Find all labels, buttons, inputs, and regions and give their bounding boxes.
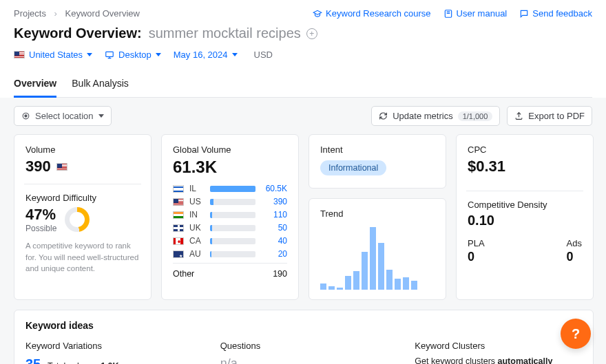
questions-label: Questions	[220, 341, 388, 351]
gv-bar	[210, 251, 255, 257]
clusters-text-bold: automatically	[498, 356, 553, 364]
au-flag-icon	[173, 250, 184, 258]
variations-total: 1.0K	[101, 361, 118, 364]
trend-bar	[370, 227, 376, 290]
refresh-icon	[379, 111, 388, 120]
link-manual[interactable]: User manual	[443, 8, 508, 19]
pla-label: PLA	[468, 238, 485, 248]
svg-point-3	[25, 115, 27, 117]
trend-bar	[378, 243, 384, 290]
gv-country-code: IL	[189, 184, 205, 193]
cpc-value: $0.31	[468, 158, 582, 175]
kd-donut-icon	[65, 207, 90, 232]
add-keyword-button[interactable]: +	[306, 28, 317, 39]
gv-value[interactable]: 110	[261, 210, 287, 220]
country-filter[interactable]: United States	[14, 50, 92, 60]
uk-flag-icon	[173, 224, 184, 232]
variations-count[interactable]: 35	[25, 356, 41, 364]
intent-value: Informational	[320, 160, 386, 175]
gv-bar	[210, 186, 255, 192]
gv-country-code: AU	[189, 249, 205, 259]
page-title-keyword: summer mocktail recipes	[149, 25, 301, 41]
gv-value[interactable]: 60.5K	[261, 184, 287, 193]
trend-bar	[386, 270, 393, 290]
il-flag-icon	[173, 185, 184, 193]
trend-bar	[395, 279, 401, 290]
link-course[interactable]: Keyword Research course	[313, 8, 430, 19]
gv-value[interactable]: 40	[261, 236, 287, 246]
in-flag-icon	[173, 211, 184, 219]
trend-bar	[337, 288, 343, 290]
svg-rect-1	[106, 52, 114, 56]
export-pdf-button[interactable]: Export to PDF	[507, 106, 592, 126]
kd-label: Keyword Difficulty	[25, 193, 140, 203]
trend-label: Trend	[320, 208, 435, 219]
tab-bulk[interactable]: Bulk Analysis	[72, 69, 128, 97]
volume-value: 390	[25, 158, 51, 175]
clusters-label: Keyword Clusters	[415, 341, 582, 351]
desktop-icon	[105, 50, 114, 60]
select-location-button[interactable]: Select location	[14, 106, 112, 126]
trend-bar	[320, 283, 326, 290]
kd-word: Possible	[25, 224, 56, 233]
global-volume-value: 61.3K	[173, 158, 287, 177]
questions-value: n/a	[220, 356, 388, 364]
help-fab[interactable]: ?	[561, 319, 591, 349]
breadcrumb: Projects › Keyword Overview	[14, 8, 140, 19]
gv-value[interactable]: 50	[261, 223, 287, 233]
variations-total-label: Total volume:	[48, 361, 98, 364]
cpc-card: CPC $0.31 Competitive Density 0.10 PLA 0…	[456, 134, 594, 300]
density-value: 0.10	[468, 213, 582, 228]
page-title-prefix: Keyword Overview:	[14, 25, 142, 41]
gv-row-us: US390	[173, 197, 287, 206]
question-icon: ?	[572, 326, 580, 342]
trend-bar	[362, 252, 368, 290]
device-filter[interactable]: Desktop	[105, 50, 161, 60]
pla-value: 0	[468, 250, 485, 264]
trend-card: Trend	[309, 198, 446, 300]
trend-chart	[320, 222, 435, 290]
gv-row-au: AU20	[173, 249, 287, 259]
gv-row-uk: UK50	[173, 223, 287, 233]
chevron-down-icon	[232, 53, 238, 56]
date-filter[interactable]: May 16, 2024	[174, 50, 238, 60]
quota-pill: 1/1,000	[458, 111, 493, 121]
gv-country-code: CA	[189, 236, 205, 246]
gv-other-value: 190	[273, 269, 287, 279]
volume-label: Volume	[25, 144, 140, 155]
us-flag-icon	[56, 163, 67, 171]
gv-row-in: IN110	[173, 210, 287, 220]
gv-country-code: UK	[189, 223, 205, 233]
update-metrics-button[interactable]: Update metrics 1/1,000	[371, 106, 500, 126]
ads-label: Ads	[567, 238, 582, 248]
ads-value: 0	[567, 250, 582, 264]
gv-bar	[210, 238, 255, 244]
density-label: Competitive Density	[468, 200, 582, 210]
chevron-down-icon	[87, 53, 92, 56]
breadcrumb-root[interactable]: Projects	[14, 8, 46, 19]
gv-row-ca: CA40	[173, 236, 287, 246]
link-feedback[interactable]: Send feedback	[519, 8, 592, 19]
volume-card: Volume 390 Keyword Difficulty 47% Possib…	[14, 134, 152, 300]
book-icon	[443, 9, 453, 19]
gv-country-code: IN	[189, 210, 205, 220]
gv-row-il: IL60.5K	[173, 184, 287, 193]
kd-percent: 47%	[25, 206, 56, 224]
clusters-text: Get keyword clusters	[415, 356, 497, 364]
tab-overview[interactable]: Overview	[14, 69, 56, 98]
global-volume-card: Global Volume 61.3K IL60.5KUS390IN110UK5…	[161, 134, 299, 300]
gv-country-code: US	[189, 197, 205, 206]
target-icon	[21, 111, 30, 120]
intent-label: Intent	[320, 144, 435, 155]
variations-label: Keyword Variations	[25, 341, 193, 351]
gv-other-label: Other	[173, 269, 194, 279]
chevron-down-icon	[156, 53, 161, 56]
gv-value[interactable]: 20	[261, 249, 287, 259]
us-flag-icon	[173, 198, 184, 206]
cpc-label: CPC	[468, 144, 582, 155]
us-flag-icon	[14, 51, 25, 58]
gv-value[interactable]: 390	[261, 197, 287, 206]
chevron-down-icon	[98, 114, 104, 118]
trend-bar	[353, 271, 359, 290]
breadcrumb-sep: ›	[54, 8, 57, 19]
